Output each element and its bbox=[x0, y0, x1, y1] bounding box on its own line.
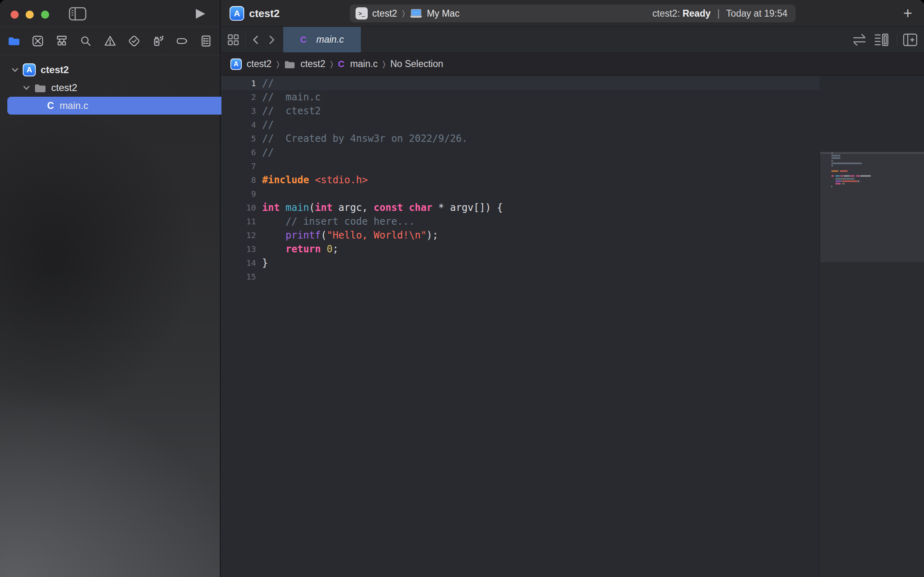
code-line[interactable]: 2// main.c bbox=[221, 90, 820, 104]
zoom-button[interactable] bbox=[41, 11, 49, 19]
code-line[interactable]: 14} bbox=[221, 256, 820, 270]
editor-controls bbox=[851, 27, 924, 52]
sidebar-titlebar bbox=[0, 0, 220, 27]
library-plus-button[interactable]: + bbox=[900, 5, 915, 21]
close-button[interactable] bbox=[11, 11, 19, 19]
report-navigator-icon[interactable] bbox=[198, 33, 214, 49]
breadcrumb-label: ctest2 bbox=[300, 59, 325, 69]
divider bbox=[245, 34, 246, 46]
breadcrumb-item[interactable]: Cmain.c bbox=[338, 59, 378, 69]
minimap-line bbox=[831, 180, 860, 182]
symbol-navigator-icon[interactable] bbox=[54, 33, 70, 49]
minimap-viewport bbox=[820, 152, 924, 262]
line-number: 8 bbox=[221, 173, 256, 187]
folder-icon bbox=[284, 60, 295, 69]
code-line[interactable]: 5// Created by 4nsw3r on 2022/9/26. bbox=[221, 132, 820, 145]
minimize-button[interactable] bbox=[26, 11, 34, 19]
breadcrumb-label: ctest2 bbox=[247, 59, 271, 69]
run-button[interactable] bbox=[194, 8, 206, 20]
window-title: ctest2 bbox=[249, 0, 280, 27]
find-navigator-icon[interactable] bbox=[78, 33, 94, 49]
status-target: ctest2: bbox=[653, 8, 680, 19]
code-line[interactable]: 11 // insert code here... bbox=[221, 215, 820, 228]
toggle-sidebar-icon[interactable] bbox=[68, 7, 87, 21]
tree-row[interactable]: ctest2 bbox=[0, 79, 242, 97]
main-area: A ctest2 >_ ctest2 〉 My Mac ctest2: Read… bbox=[221, 0, 924, 577]
xcode-project-icon: A bbox=[230, 59, 242, 70]
code-line[interactable]: 8#include <stdio.h> bbox=[221, 173, 820, 187]
code-line[interactable]: 3// ctest2 bbox=[221, 104, 820, 118]
breadcrumb-item[interactable]: No Selection bbox=[390, 59, 443, 69]
tree-row[interactable]: Actest2 bbox=[0, 61, 230, 79]
code-text: // main.c bbox=[262, 90, 321, 104]
minimap-line bbox=[831, 152, 833, 154]
c-file-icon: C bbox=[338, 59, 345, 69]
code-line[interactable]: 6// bbox=[221, 145, 820, 159]
source-editor[interactable]: 1//2// main.c3// ctest24//5// Created by… bbox=[221, 76, 924, 577]
minimap-line bbox=[831, 165, 833, 167]
source-control-navigator-icon[interactable] bbox=[30, 33, 46, 49]
breakpoint-navigator-icon[interactable] bbox=[174, 33, 190, 49]
code-text: int main(int argc, const char * argv[]) … bbox=[262, 201, 503, 215]
project-navigator-icon[interactable] bbox=[6, 33, 22, 49]
line-number: 9 bbox=[221, 187, 256, 201]
breadcrumb-label: main.c bbox=[350, 59, 378, 69]
code-text: // ctest2 bbox=[262, 104, 321, 118]
editor-options-icon[interactable] bbox=[873, 33, 889, 47]
code-line[interactable]: 15 bbox=[221, 270, 820, 284]
disclosure-chevron-icon[interactable] bbox=[22, 83, 31, 92]
c-file-icon: C bbox=[47, 100, 54, 111]
xcode-window: Actest2ctest2Cmain.c A ctest2 >_ ctest2 … bbox=[0, 0, 924, 577]
issue-navigator-icon[interactable] bbox=[102, 33, 118, 49]
add-editor-icon[interactable] bbox=[902, 33, 918, 47]
line-number: 4 bbox=[221, 118, 256, 132]
code-text: // bbox=[262, 145, 274, 159]
xcode-project-icon: A bbox=[23, 63, 36, 76]
scheme-name[interactable]: ctest2 bbox=[372, 8, 397, 19]
line-number: 14 bbox=[221, 256, 256, 270]
minimap-line bbox=[831, 186, 833, 187]
code-text: return 0; bbox=[262, 242, 338, 256]
code-line[interactable]: 7 bbox=[221, 159, 820, 173]
code-text: // bbox=[262, 76, 274, 90]
minimap-line bbox=[831, 170, 848, 172]
breadcrumb-separator: 〉 bbox=[382, 59, 385, 69]
tab-main.c[interactable]: Cmain.c bbox=[283, 27, 361, 52]
scheme-selector[interactable]: >_ ctest2 〉 My Mac bbox=[356, 7, 460, 20]
breadcrumb-separator: 〉 bbox=[276, 59, 279, 69]
scheme-separator: 〉 bbox=[402, 9, 405, 18]
forward-chevron-icon[interactable] bbox=[266, 27, 278, 52]
back-chevron-icon[interactable] bbox=[251, 27, 263, 52]
code-area[interactable]: 1//2// main.c3// ctest24//5// Created by… bbox=[221, 76, 820, 577]
minimap-line bbox=[831, 183, 845, 184]
disclosure-chevron-icon[interactable] bbox=[11, 65, 20, 74]
minimap-current-line bbox=[820, 152, 924, 154]
code-line[interactable]: 9 bbox=[221, 187, 820, 201]
debug-navigator-icon[interactable] bbox=[150, 33, 166, 49]
code-line[interactable]: 4// bbox=[221, 118, 820, 132]
test-navigator-icon[interactable] bbox=[126, 33, 142, 49]
destination-name[interactable]: My Mac bbox=[427, 8, 460, 19]
line-number: 13 bbox=[221, 242, 256, 256]
code-line[interactable]: 10int main(int argc, const char * argv[]… bbox=[221, 201, 820, 215]
line-number: 12 bbox=[221, 228, 256, 242]
minimap[interactable] bbox=[820, 151, 924, 577]
code-line[interactable]: 13 return 0; bbox=[221, 242, 820, 256]
code-line[interactable]: 1// bbox=[221, 76, 820, 90]
minimap-line bbox=[831, 175, 871, 177]
breadcrumb-item[interactable]: Actest2 bbox=[230, 59, 271, 70]
code-review-icon[interactable] bbox=[851, 33, 868, 47]
line-number: 15 bbox=[221, 270, 256, 284]
terminal-icon: >_ bbox=[356, 7, 368, 20]
code-text: // bbox=[262, 118, 274, 132]
code-text: // insert code here... bbox=[262, 215, 415, 228]
tree-item-label: ctest2 bbox=[41, 64, 69, 76]
code-line[interactable]: 12 printf("Hello, World!\n"); bbox=[221, 228, 820, 242]
activity-status[interactable]: ctest2: Ready | Today at 19:54 bbox=[653, 8, 787, 19]
breadcrumb-item[interactable]: ctest2 bbox=[284, 59, 325, 69]
code-text: // Created by 4nsw3r on 2022/9/26. bbox=[262, 132, 468, 145]
minimap-line bbox=[831, 163, 862, 164]
status-time: Today at 19:54 bbox=[726, 8, 787, 19]
c-file-icon: C bbox=[300, 35, 307, 45]
tab-overview-icon[interactable] bbox=[227, 27, 242, 52]
